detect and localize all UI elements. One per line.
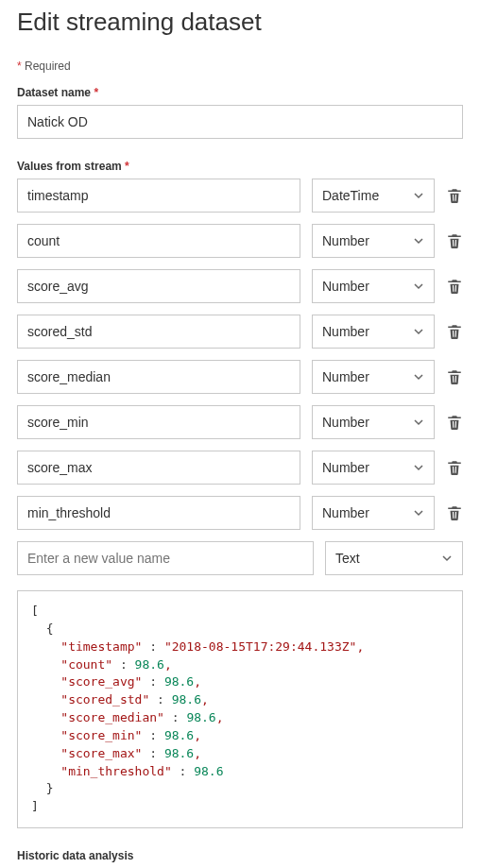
field-name-input[interactable] [17, 315, 300, 349]
field-type-select[interactable]: Number [312, 315, 435, 349]
field-type-select[interactable]: Number [312, 224, 435, 258]
chevron-down-icon [413, 371, 424, 383]
field-name-input[interactable] [17, 405, 300, 439]
dataset-name-input[interactable] [17, 105, 463, 139]
field-type-label: Number [322, 505, 369, 520]
field-row: Number [17, 315, 463, 349]
dataset-name-label-text: Dataset name [17, 86, 91, 99]
page-title: Edit streaming dataset [17, 8, 463, 37]
json-preview: [ { "timestamp" : "2018-08-15T17:29:44.1… [17, 590, 463, 828]
chevron-down-icon [413, 507, 424, 519]
field-type-select[interactable]: Number [312, 360, 435, 394]
historic-label: Historic data analysis [17, 849, 463, 862]
field-row: Number [17, 269, 463, 303]
delete-icon[interactable] [446, 323, 463, 340]
field-type-select[interactable]: Text [325, 541, 463, 575]
delete-icon[interactable] [446, 187, 463, 204]
field-row: Number [17, 451, 463, 485]
required-star: * [17, 60, 22, 73]
required-text: Required [25, 60, 71, 73]
field-row: Number [17, 496, 463, 530]
field-name-input[interactable] [17, 541, 314, 575]
chevron-down-icon [413, 462, 424, 473]
field-name-input[interactable] [17, 360, 300, 394]
field-row: Number [17, 360, 463, 394]
field-name-input[interactable] [17, 179, 300, 213]
dataset-name-star: * [94, 86, 98, 99]
chevron-down-icon [413, 326, 424, 337]
delete-icon[interactable] [446, 278, 463, 295]
delete-icon[interactable] [446, 459, 463, 476]
field-row: Text [17, 541, 463, 575]
field-type-label: Number [322, 460, 369, 475]
dataset-name-label: Dataset name * [17, 86, 463, 99]
field-type-select[interactable]: Number [312, 405, 435, 439]
field-type-select[interactable]: DateTime [312, 179, 435, 213]
delete-icon[interactable] [446, 232, 463, 249]
field-type-label: Number [322, 233, 369, 248]
field-name-input[interactable] [17, 496, 300, 530]
chevron-down-icon [441, 553, 453, 564]
field-name-input[interactable] [17, 269, 300, 303]
field-row: Number [17, 405, 463, 439]
delete-icon[interactable] [446, 368, 463, 385]
delete-icon[interactable] [446, 414, 463, 431]
chevron-down-icon [413, 417, 424, 428]
field-type-select[interactable]: Number [312, 451, 435, 485]
required-note: * Required [17, 60, 463, 73]
field-type-label: DateTime [322, 188, 379, 203]
values-star: * [125, 160, 129, 173]
chevron-down-icon [413, 235, 424, 247]
field-row: DateTime [17, 179, 463, 213]
field-type-label: Text [335, 551, 360, 566]
field-name-input[interactable] [17, 224, 300, 258]
field-type-select[interactable]: Number [312, 496, 435, 530]
field-type-label: Number [322, 324, 369, 339]
stream-fields-list: DateTimeNumberNumberNumberNumberNumberNu… [17, 179, 463, 575]
values-label-text: Values from stream [17, 160, 122, 173]
field-row: Number [17, 224, 463, 258]
field-name-input[interactable] [17, 451, 300, 485]
chevron-down-icon [413, 281, 424, 292]
chevron-down-icon [413, 190, 424, 201]
field-type-label: Number [322, 415, 369, 430]
field-type-label: Number [322, 369, 369, 384]
field-type-select[interactable]: Number [312, 269, 435, 303]
delete-icon[interactable] [446, 504, 463, 521]
values-from-stream-label: Values from stream * [17, 160, 463, 173]
field-type-label: Number [322, 279, 369, 294]
